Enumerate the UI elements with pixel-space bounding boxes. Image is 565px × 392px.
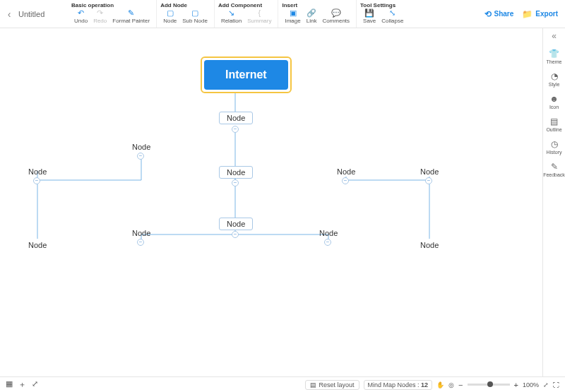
text-node-6[interactable]: Node	[420, 241, 439, 249]
add-icon[interactable]: ＋	[18, 379, 26, 390]
image-button[interactable]: ▣Image	[282, 8, 303, 24]
share-button[interactable]: ⟲Share	[484, 9, 514, 19]
group-basic-operation: Basic operation ↶Undo ↷Redo ✎Format Pain…	[68, 0, 156, 28]
root-node-label: Internet	[225, 69, 267, 81]
export-icon: 📁	[522, 9, 533, 19]
toolbar-groups: Basic operation ↶Undo ↷Redo ✎Format Pain…	[68, 0, 410, 28]
expand-icon[interactable]: ⤢	[32, 379, 38, 390]
export-button[interactable]: 📁Export	[522, 9, 558, 19]
history-icon: ◷	[551, 139, 558, 149]
comments-button[interactable]: 💬Comments	[319, 8, 352, 24]
theme-icon: 👕	[549, 49, 559, 59]
fullscreen-icon[interactable]: ⛶	[553, 381, 559, 388]
image-icon: ▣	[289, 8, 297, 17]
back-button[interactable]: ‹	[0, 0, 18, 28]
right-rail: « 👕Theme ◔Style ☻Icon ▤Outline ◷History …	[542, 28, 565, 376]
chevron-left-icon: ‹	[8, 8, 11, 20]
toggle-t8[interactable]: −	[324, 239, 331, 246]
rail-style[interactable]: ◔Style	[543, 68, 565, 90]
fit-icon[interactable]: ⤢	[543, 381, 549, 388]
toggle-t7[interactable]: −	[137, 239, 144, 246]
zoom-level: 100%	[523, 381, 539, 388]
hand-tool-icon[interactable]: ✋	[436, 381, 444, 388]
reset-icon: ▤	[310, 381, 316, 388]
collapse-button[interactable]: ⤡Collapse	[379, 8, 406, 24]
outline-icon: ▤	[550, 117, 558, 126]
text-node-7[interactable]: Node	[132, 229, 150, 237]
text-node-8[interactable]: Node	[319, 229, 338, 237]
format-painter-icon: ✎	[127, 8, 136, 17]
status-bar: ▦ ＋ ⤢ ▤Reset layout Mind Map Nodes : 12 …	[0, 376, 565, 392]
zoom-thumb[interactable]	[487, 381, 493, 387]
node-3[interactable]: Node	[219, 166, 253, 179]
undo-icon: ↶	[77, 8, 85, 17]
comments-icon: 💬	[332, 8, 340, 17]
relation-button[interactable]: ↘Relation	[218, 8, 244, 24]
group-insert: Insert ▣Image 🔗Link 💬Comments	[278, 0, 356, 28]
rail-history[interactable]: ◷History	[543, 136, 565, 158]
save-button[interactable]: 💾Save	[360, 8, 379, 24]
root-node[interactable]: Internet	[204, 60, 288, 90]
group-title: Add Component	[218, 2, 275, 8]
node-4[interactable]: Node	[219, 218, 253, 230]
undo-button[interactable]: ↶Undo	[71, 8, 90, 24]
mindmap-canvas[interactable]: Internet Node − Node − Node − Node − Nod…	[0, 28, 542, 376]
summary-button[interactable]: {Summary	[244, 8, 274, 24]
rail-collapse-button[interactable]: «	[552, 31, 557, 41]
rail-icon[interactable]: ☻Icon	[543, 90, 565, 113]
group-add-component: Add Component ↘Relation {Summary	[214, 0, 278, 28]
text-node-1[interactable]: Node	[28, 167, 47, 176]
link-icon: 🔗	[307, 8, 316, 17]
document-title[interactable]: Untitled	[18, 0, 68, 28]
text-node-4[interactable]: Node	[420, 167, 439, 176]
rail-theme[interactable]: 👕Theme	[543, 45, 565, 68]
rail-outline[interactable]: ▤Outline	[543, 113, 565, 136]
node-count: Mind Map Nodes : 12	[364, 380, 433, 390]
text-node-5[interactable]: Node	[28, 241, 47, 249]
text-node-3[interactable]: Node	[337, 167, 355, 176]
redo-button[interactable]: ↷Redo	[90, 8, 109, 24]
share-icon: ⟲	[484, 9, 492, 19]
title-text: Untitled	[18, 10, 44, 18]
style-icon: ◔	[551, 71, 558, 81]
zoom-in[interactable]: +	[514, 381, 518, 389]
toggle-t3[interactable]: −	[342, 177, 349, 184]
text-node-2[interactable]: Node	[132, 143, 150, 151]
toggle-3[interactable]: −	[232, 179, 239, 186]
format-painter-button[interactable]: ✎Format Painter	[109, 8, 153, 24]
summary-icon: {	[255, 8, 263, 17]
subnode-icon: ▢	[191, 8, 199, 17]
reset-layout-button[interactable]: ▤Reset layout	[305, 380, 359, 390]
add-node-button[interactable]: ▢Node	[160, 8, 179, 24]
collapse-icon: ⤡	[388, 8, 397, 17]
add-subnode-button[interactable]: ▢Sub Node	[179, 8, 210, 24]
rail-feedback[interactable]: ✎Feedback	[543, 158, 565, 181]
toggle-2[interactable]: −	[232, 126, 239, 133]
save-icon: 💾	[365, 8, 374, 17]
redo-icon: ↷	[96, 8, 105, 17]
link-button[interactable]: 🔗Link	[304, 8, 320, 24]
toggle-4[interactable]: −	[232, 231, 239, 238]
zoom-out[interactable]: −	[458, 381, 463, 389]
zoom-slider[interactable]	[468, 384, 510, 386]
toggle-t4[interactable]: −	[425, 177, 432, 184]
layers-icon[interactable]: ▦	[6, 379, 13, 390]
node-icon: ▢	[166, 8, 174, 17]
target-icon[interactable]: ◎	[448, 381, 454, 388]
top-toolbar: ‹ Untitled Basic operation ↶Undo ↷Redo ✎…	[0, 0, 565, 28]
group-add-node: Add Node ▢Node ▢Sub Node	[156, 0, 214, 28]
icon-icon: ☻	[549, 94, 559, 104]
feedback-icon: ✎	[551, 162, 558, 172]
toggle-t2[interactable]: −	[137, 153, 144, 160]
toggle-t1[interactable]: −	[33, 177, 40, 184]
group-tool-settings: Tool Settings 💾Save ⤡Collapse	[356, 0, 410, 28]
root-node-wrap: Internet	[201, 57, 292, 93]
relation-icon: ↘	[227, 8, 236, 17]
node-2[interactable]: Node	[219, 112, 253, 124]
